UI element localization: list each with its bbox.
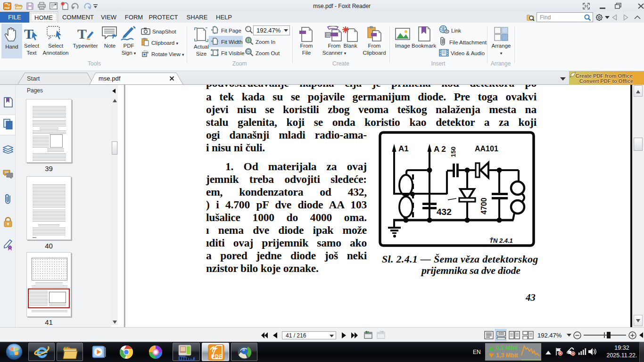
svg-text:A1: A1 — [398, 144, 409, 153]
svg-text:PDF: PDF — [211, 354, 223, 359]
svg-text:PDF: PDF — [5, 7, 10, 9]
svg-text:A 2: A 2 — [434, 145, 446, 154]
svg-text:T: T — [77, 26, 87, 41]
svg-text:AA101: AA101 — [475, 145, 498, 153]
svg-text:ŤN 2.4.1: ŤN 2.4.1 — [489, 237, 513, 244]
svg-text:150: 150 — [450, 147, 457, 157]
svg-text:4700: 4700 — [480, 197, 488, 214]
svg-text:432: 432 — [437, 207, 452, 217]
